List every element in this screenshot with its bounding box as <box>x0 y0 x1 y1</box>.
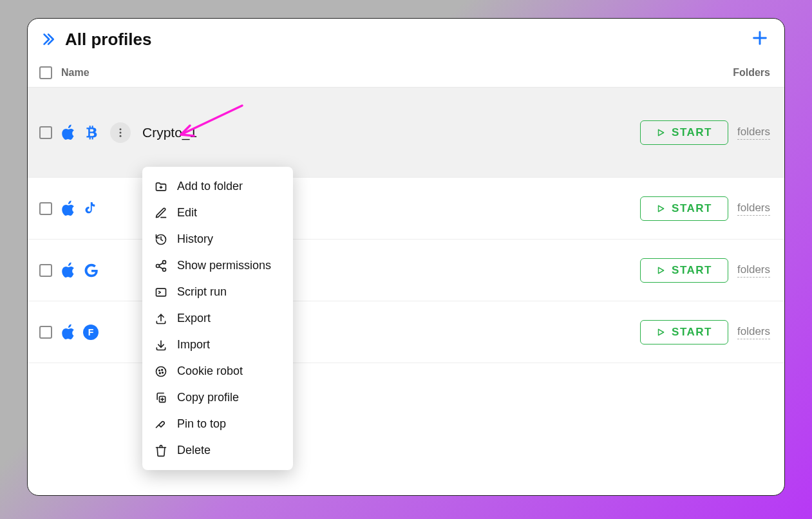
row-checkbox[interactable] <box>39 326 52 339</box>
menu-pin-to-top[interactable]: Pin to top <box>142 411 293 437</box>
start-button[interactable]: START <box>640 196 728 221</box>
svg-point-2 <box>120 128 122 130</box>
start-label: START <box>672 264 712 277</box>
menu-label: Copy profile <box>177 391 239 404</box>
svg-line-28 <box>156 424 159 427</box>
history-icon <box>154 233 168 246</box>
cookie-icon <box>154 365 168 378</box>
column-name: Name <box>61 67 90 79</box>
menu-label: Delete <box>177 444 211 457</box>
svg-marker-7 <box>659 267 664 273</box>
menu-edit[interactable]: Edit <box>142 200 293 226</box>
row-checkbox[interactable] <box>39 264 52 277</box>
page-title: All profiles <box>65 30 151 50</box>
menu-label: History <box>177 232 213 246</box>
profile-row[interactable]: START folders <box>28 178 784 240</box>
menu-delete[interactable]: Delete <box>142 437 293 464</box>
edit-icon <box>154 207 168 220</box>
start-button[interactable]: START <box>640 320 728 344</box>
apple-icon <box>61 323 77 341</box>
add-profile-button[interactable] <box>750 28 770 51</box>
menu-export[interactable]: Export <box>142 305 293 332</box>
svg-point-4 <box>120 135 122 137</box>
export-icon <box>154 312 168 325</box>
folders-link[interactable]: folders <box>737 126 770 140</box>
menu-copy-profile[interactable]: Copy profile <box>142 384 293 411</box>
menu-label: Show permissions <box>177 259 271 272</box>
apple-icon <box>61 261 77 279</box>
import-icon <box>154 339 168 352</box>
annotation-arrow-icon <box>175 102 245 144</box>
bitcoin-icon <box>83 124 100 141</box>
terminal-icon <box>154 286 168 299</box>
column-folders: Folders <box>733 67 770 79</box>
column-header: Name Folders <box>28 60 784 88</box>
profile-row[interactable]: Crypto_1 START folders <box>28 88 784 178</box>
folders-link[interactable]: folders <box>737 263 770 278</box>
row-icons <box>61 200 97 218</box>
folder-plus-icon <box>154 180 168 193</box>
svg-marker-5 <box>659 129 664 135</box>
profiles-panel: All profiles Name Folders <box>27 18 785 496</box>
start-label: START <box>672 202 712 215</box>
start-button[interactable]: START <box>640 120 728 145</box>
menu-add-to-folder[interactable]: Add to folder <box>142 173 293 200</box>
svg-point-24 <box>162 372 164 373</box>
copy-icon <box>154 392 168 404</box>
apple-icon <box>61 200 77 218</box>
f-badge-icon: F <box>83 325 99 340</box>
svg-line-16 <box>159 267 163 269</box>
svg-point-20 <box>156 366 166 376</box>
menu-history[interactable]: History <box>142 226 293 252</box>
menu-label: Add to folder <box>177 180 243 193</box>
apple-icon <box>61 124 77 142</box>
menu-label: Import <box>177 338 210 352</box>
svg-line-15 <box>159 263 163 265</box>
header: All profiles <box>28 19 784 60</box>
profile-list: Crypto_1 START folders <box>28 88 784 363</box>
row-checkbox[interactable] <box>39 126 52 139</box>
menu-label: Script run <box>177 285 227 299</box>
row-icons <box>61 124 100 142</box>
google-icon <box>83 262 100 279</box>
svg-marker-6 <box>659 205 664 211</box>
profile-row[interactable]: F START folders <box>28 301 784 363</box>
svg-point-3 <box>120 131 122 133</box>
start-label: START <box>672 126 712 139</box>
expand-icon[interactable] <box>39 31 56 48</box>
row-icons: F <box>61 323 99 341</box>
trash-icon <box>154 444 168 457</box>
start-label: START <box>672 326 712 339</box>
menu-label: Export <box>177 312 211 325</box>
svg-point-22 <box>162 369 163 370</box>
folders-link[interactable]: folders <box>737 325 770 339</box>
select-all-checkbox[interactable] <box>39 66 52 79</box>
row-checkbox[interactable] <box>39 202 52 215</box>
app-background: All profiles Name Folders <box>0 0 812 519</box>
svg-marker-8 <box>659 329 664 335</box>
row-menu-button[interactable] <box>110 122 131 143</box>
menu-label: Edit <box>177 206 197 220</box>
start-button[interactable]: START <box>640 258 728 283</box>
profile-row[interactable]: START folders <box>28 240 784 301</box>
menu-cookie-robot[interactable]: Cookie robot <box>142 358 293 384</box>
tiktok-icon <box>83 201 97 216</box>
share-icon <box>154 260 168 272</box>
menu-show-permissions[interactable]: Show permissions <box>142 252 293 279</box>
menu-label: Pin to top <box>177 417 226 431</box>
context-menu: Add to folder Edit History Show permissi… <box>142 167 293 470</box>
folders-link[interactable]: folders <box>737 202 770 216</box>
row-icons <box>61 261 100 279</box>
svg-point-23 <box>160 372 161 373</box>
svg-point-21 <box>159 370 160 371</box>
svg-line-9 <box>181 106 242 135</box>
menu-script-run[interactable]: Script run <box>142 279 293 305</box>
menu-import[interactable]: Import <box>142 332 293 358</box>
pin-icon <box>154 418 168 431</box>
menu-label: Cookie robot <box>177 364 243 378</box>
